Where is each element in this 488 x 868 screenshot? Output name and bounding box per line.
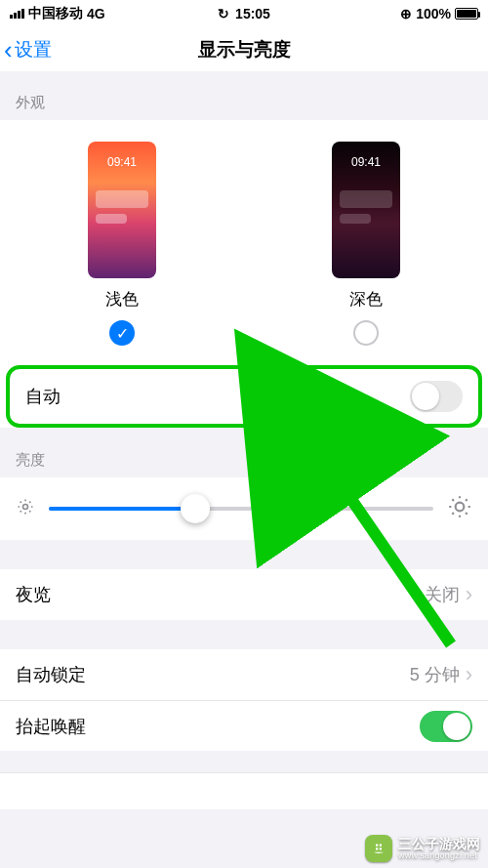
- row-raise-to-wake[interactable]: 抬起唤醒: [0, 700, 488, 751]
- section-header-appearance: 外观: [0, 72, 488, 120]
- raise-to-wake-label: 抬起唤醒: [16, 715, 86, 738]
- light-theme-preview: 09:41: [88, 142, 156, 278]
- sync-icon: ↻: [218, 6, 229, 21]
- chevron-right-icon: ›: [466, 662, 472, 687]
- row-auto-appearance[interactable]: 自动: [10, 369, 478, 424]
- light-theme-label: 浅色: [105, 288, 139, 310]
- section-header-brightness: 亮度: [0, 437, 488, 477]
- brightness-slider[interactable]: [49, 507, 433, 511]
- night-shift-value: 关闭: [425, 583, 460, 606]
- battery-icon: [455, 8, 478, 20]
- raise-to-wake-toggle[interactable]: [420, 711, 472, 742]
- sun-low-icon: [16, 497, 35, 520]
- brightness-slider-thumb[interactable]: [181, 494, 210, 523]
- annotation-highlight-box: 自动: [6, 365, 482, 428]
- auto-lock-value: 5 分钟: [410, 663, 460, 686]
- status-bar: 中国移动 4G ↻ 15:05 ⊕ 100%: [0, 0, 488, 27]
- row-auto-lock[interactable]: 自动锁定 5 分钟 ›: [0, 649, 488, 700]
- night-shift-label: 夜览: [16, 583, 51, 606]
- dark-theme-label: 深色: [349, 288, 383, 310]
- appearance-option-light[interactable]: 09:41 浅色 ✓: [88, 142, 156, 346]
- svg-point-0: [23, 505, 28, 510]
- auto-appearance-toggle[interactable]: [410, 381, 463, 412]
- clock-label: 15:05: [235, 6, 270, 21]
- rotation-lock-icon: ⊕: [400, 6, 412, 21]
- watermark: 三公子游戏网 www.sangongzi.net: [365, 835, 480, 862]
- row-night-shift[interactable]: 夜览 关闭 ›: [0, 569, 488, 620]
- auto-lock-label: 自动锁定: [16, 663, 86, 686]
- signal-icon: [10, 9, 24, 19]
- dark-theme-radio[interactable]: [353, 320, 379, 346]
- chevron-right-icon: ›: [466, 582, 472, 607]
- chevron-left-icon: ‹: [4, 37, 13, 62]
- sun-high-icon: [447, 494, 472, 523]
- watermark-url: www.sangongzi.net: [398, 851, 480, 860]
- nav-bar: ‹ 设置 显示与亮度: [0, 27, 488, 72]
- row-truncated: [0, 772, 488, 809]
- brightness-slider-row: [0, 477, 488, 540]
- back-button[interactable]: ‹ 设置: [4, 37, 52, 62]
- watermark-logo-icon: [365, 835, 392, 862]
- appearance-option-dark[interactable]: 09:41 深色: [332, 142, 400, 346]
- battery-pct: 100%: [416, 6, 451, 21]
- svg-point-1: [456, 503, 465, 512]
- network-label: 4G: [87, 6, 105, 21]
- auto-appearance-label: 自动: [25, 385, 61, 408]
- light-theme-radio[interactable]: ✓: [109, 320, 135, 346]
- watermark-brand: 三公子游戏网: [398, 837, 480, 851]
- back-label: 设置: [15, 37, 52, 62]
- dark-theme-preview: 09:41: [332, 142, 400, 278]
- carrier-label: 中国移动: [28, 5, 83, 22]
- page-title: 显示与亮度: [198, 37, 291, 62]
